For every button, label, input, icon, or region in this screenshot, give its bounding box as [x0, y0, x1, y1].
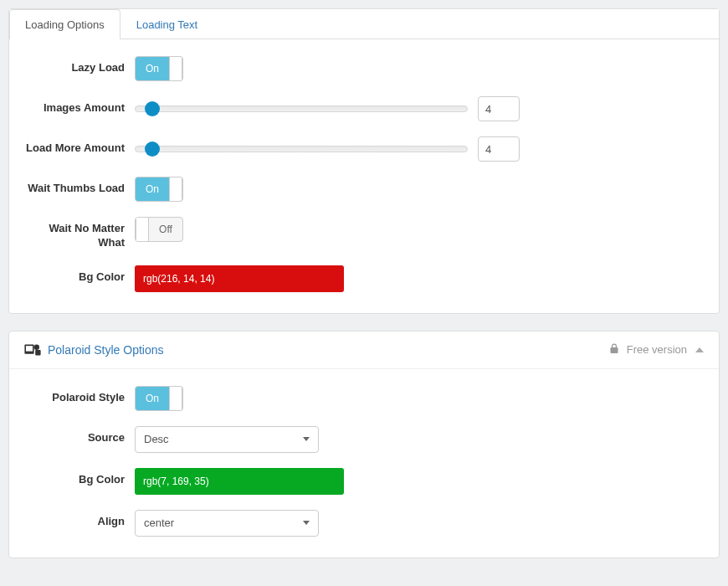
loading-options-body: Lazy Load On Images Amount Load Mor: [9, 39, 719, 313]
toggle-knob: [169, 387, 182, 410]
row-polaroid-style: Polaroid Style On: [26, 386, 702, 411]
collapse-caret-icon[interactable]: [695, 347, 704, 352]
label-wait-no-matter: Wait No Matter What: [26, 217, 135, 250]
select-source[interactable]: Desc: [135, 426, 319, 453]
row-lazy-load: Lazy Load On: [26, 56, 702, 81]
select-align[interactable]: center: [135, 510, 319, 537]
toggle-lazy-load[interactable]: On: [135, 56, 183, 81]
color-field-polaroid[interactable]: rgb(7, 169, 35): [135, 468, 344, 495]
label-bg-color: Bg Color: [26, 468, 135, 487]
toggle-label: Off: [149, 224, 182, 235]
row-align: Align center: [26, 510, 702, 537]
chevron-down-icon: [303, 521, 310, 525]
label-source: Source: [26, 426, 135, 445]
label-polaroid-style: Polaroid Style: [26, 386, 135, 405]
toggle-knob: [169, 57, 182, 80]
chevron-down-icon: [303, 437, 310, 441]
label-wait-thumbs: Wait Thumbs Load: [26, 177, 135, 196]
label-lazy-load: Lazy Load: [26, 56, 135, 75]
select-value: center: [144, 517, 174, 529]
free-version-badge: Free version: [627, 343, 687, 356]
input-load-more-amount[interactable]: [478, 136, 520, 162]
panel-header-right: Free version: [610, 343, 704, 356]
row-load-more-amount: Load More Amount: [26, 136, 702, 162]
input-images-amount[interactable]: [478, 96, 520, 121]
tab-loading-text[interactable]: Loading Text: [120, 9, 214, 39]
label-load-more-amount: Load More Amount: [26, 136, 135, 156]
svg-rect-3: [35, 350, 40, 355]
toggle-knob: [169, 177, 182, 201]
panel-header-left: Polaroid Style Options: [24, 343, 164, 357]
panel-header-polaroid: Polaroid Style Options Free version: [9, 332, 719, 369]
toggle-polaroid-style[interactable]: On: [135, 386, 183, 411]
toggle-wait-no-matter[interactable]: Off: [135, 217, 183, 242]
slider-load-more-amount[interactable]: [135, 146, 468, 152]
row-bg-color-polaroid: Bg Color rgb(7, 169, 35): [26, 468, 702, 495]
panel-title: Polaroid Style Options: [48, 343, 164, 357]
svg-rect-1: [26, 346, 33, 351]
row-wait-no-matter: Wait No Matter What Off: [26, 217, 702, 250]
row-wait-thumbs: Wait Thumbs Load On: [26, 177, 702, 202]
polaroid-body: Polaroid Style On Source Desc Bg Color r…: [9, 369, 719, 558]
slider-thumb[interactable]: [145, 101, 160, 116]
row-bg-color-loading: Bg Color rgb(216, 14, 14): [26, 265, 702, 292]
toggle-label: On: [136, 183, 169, 195]
row-images-amount: Images Amount: [26, 96, 702, 121]
toggle-wait-thumbs[interactable]: On: [135, 177, 183, 202]
loading-options-panel: Loading Options Loading Text Lazy Load O…: [8, 8, 720, 314]
slider-thumb[interactable]: [145, 141, 160, 157]
toggle-label: On: [136, 393, 169, 404]
polaroid-panel: Polaroid Style Options Free version Pola…: [8, 331, 720, 558]
svg-point-2: [34, 344, 39, 349]
select-value: Desc: [144, 433, 169, 445]
module-icon: [24, 343, 41, 357]
toggle-label: On: [136, 63, 169, 75]
toggle-knob: [136, 218, 149, 241]
slider-images-amount[interactable]: [135, 105, 468, 112]
tab-loading-options[interactable]: Loading Options: [9, 9, 120, 39]
label-align: Align: [26, 510, 135, 529]
color-field-loading[interactable]: rgb(216, 14, 14): [135, 265, 344, 292]
row-source: Source Desc: [26, 426, 702, 453]
tabs: Loading Options Loading Text: [9, 9, 719, 39]
label-images-amount: Images Amount: [26, 96, 135, 116]
lock-icon: [610, 343, 618, 356]
label-bg-color: Bg Color: [26, 265, 135, 285]
